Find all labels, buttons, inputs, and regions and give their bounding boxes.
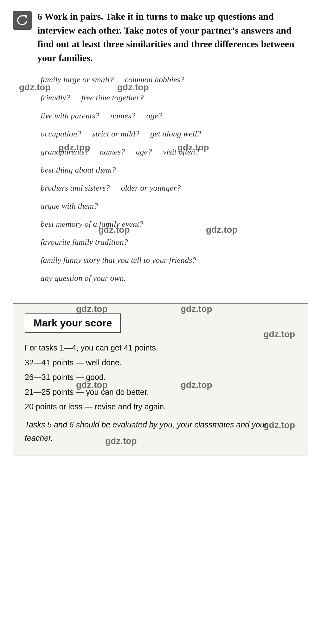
question-item: age?: [146, 111, 163, 120]
score-line-4: 21—25 points — you can do better.: [25, 385, 296, 399]
mark-score-box: Mark your score: [25, 313, 121, 333]
question-row-5: grandparents? names? age? visit often?: [41, 146, 308, 158]
questions-list: family large or small? common hobbies? f…: [41, 73, 308, 284]
score-line-1: For tasks 1—4, you can get 41 points.: [25, 341, 296, 355]
question-item: live with parents?: [41, 111, 99, 120]
watermark-box-1: gdz.top: [263, 329, 295, 339]
question-item: names?: [110, 111, 135, 120]
score-line-2: 32—41 points — well done.: [25, 356, 296, 369]
score-line-3: 26—31 points — good.: [25, 370, 296, 384]
question-item: age?: [136, 147, 152, 156]
exercise-instruction: 6 Work in pairs. Take it in turns to mak…: [37, 9, 308, 65]
question-item: get along well?: [150, 129, 201, 138]
question-item: best thing about them?: [41, 165, 116, 174]
score-line-5: 20 points or less — revise and try again…: [25, 400, 296, 414]
question-item: family funny story that you tell to your…: [41, 256, 196, 265]
question-row-6: best thing about them?: [41, 164, 308, 176]
question-item: friendly?: [41, 93, 70, 102]
question-row-8: argue with them?: [41, 200, 308, 212]
question-row-3: live with parents? names? age?: [41, 110, 308, 122]
score-italic-line: Tasks 5 and 6 should be evaluated by you…: [25, 418, 296, 445]
mark-score-section: gdz.top gdz.top gdz.top Mark your score …: [13, 303, 308, 456]
question-row-12: any question of your own.: [41, 272, 308, 284]
question-row-11: family funny story that you tell to your…: [41, 254, 308, 266]
question-row-2: friendly? free time together?: [41, 92, 308, 104]
question-item: common hobbies?: [125, 75, 184, 84]
question-item: occupation?: [41, 129, 81, 138]
refresh-icon: [13, 11, 32, 30]
question-item: strict or mild?: [92, 129, 139, 138]
question-item: free time together?: [81, 93, 144, 102]
question-row-7: brothers and sisters? older or younger?: [41, 182, 308, 194]
question-item: family large or small?: [41, 75, 114, 84]
question-row-9: best memory of a family event?: [41, 218, 308, 230]
question-item: brothers and sisters?: [41, 183, 110, 193]
question-item: favourite family tradition?: [41, 237, 128, 247]
exercise-header: 6 Work in pairs. Take it in turns to mak…: [13, 9, 308, 65]
question-item: visit often?: [163, 147, 199, 156]
mark-score-title: Mark your score: [34, 317, 112, 329]
question-row-10: favourite family tradition?: [41, 236, 308, 248]
question-item: grandparents?: [41, 147, 89, 156]
question-row-1: family large or small? common hobbies?: [41, 73, 308, 86]
question-item: best memory of a family event?: [41, 219, 143, 229]
question-item: argue with them?: [41, 201, 98, 211]
question-item: names?: [100, 147, 125, 156]
score-text: For tasks 1—4, you can get 41 points. 32…: [25, 341, 296, 445]
question-item: older or younger?: [121, 183, 181, 193]
question-row-4: occupation? strict or mild? get along we…: [41, 128, 308, 140]
question-item: any question of your own.: [41, 274, 126, 283]
